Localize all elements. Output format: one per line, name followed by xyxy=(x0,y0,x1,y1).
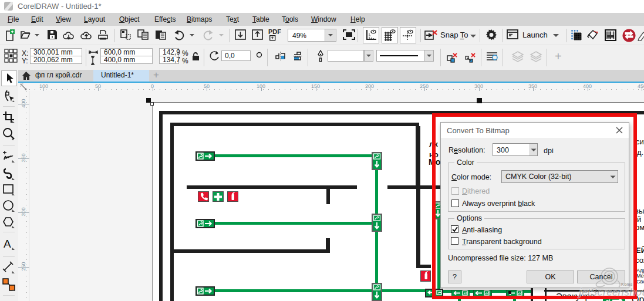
svg-text:A: A xyxy=(4,238,11,250)
